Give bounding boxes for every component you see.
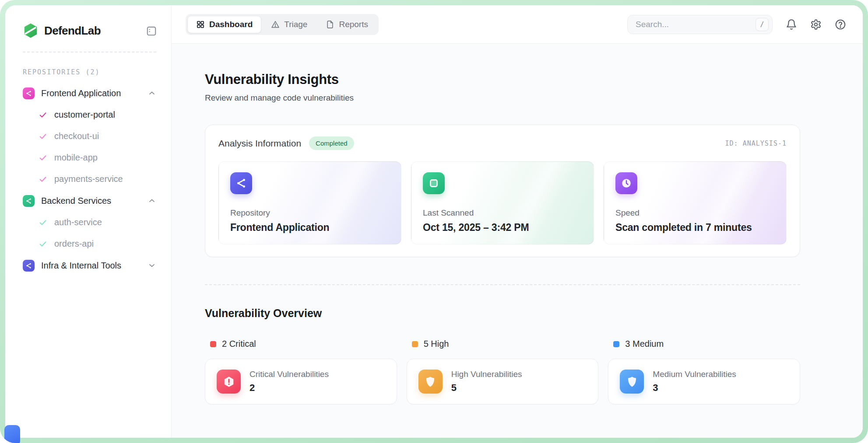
clock-icon	[615, 172, 637, 194]
info-value: Scan completed in 7 minutes	[615, 222, 775, 234]
search-input[interactable]	[636, 20, 756, 29]
repo-item-checkout-ui[interactable]: checkout-ui	[23, 126, 156, 147]
app-window: DefendLab REPOSITORIES (2) Fronten	[5, 5, 863, 438]
repository-tree: Frontend Application customer-portal che…	[23, 82, 156, 276]
repo-item-label: checkout-ui	[54, 131, 99, 141]
vulnerability-cards: Critical Vulnerabilities 2 Hi	[205, 359, 800, 405]
medium-vulnerabilities-card: Medium Vulnerabilities 3	[608, 359, 800, 405]
sidebar: DefendLab REPOSITORIES (2) Fronten	[5, 5, 172, 438]
repo-item-label: auth-service	[54, 217, 102, 227]
share-nodes-icon	[23, 260, 35, 272]
repo-item-payments-service[interactable]: payments-service	[23, 168, 156, 190]
sidebar-divider	[23, 52, 156, 52]
search-shortcut-badge: /	[756, 18, 769, 31]
status-badge: Completed	[309, 136, 354, 150]
analysis-id: ID: ANALYSIS-1	[725, 140, 787, 147]
group-label: Frontend Application	[41, 88, 121, 98]
group-infra-internal-tools[interactable]: Infra & Internal Tools	[23, 255, 156, 276]
topbar-actions: /	[627, 15, 846, 34]
triangle-alert-icon	[271, 20, 280, 29]
analysis-information-card: Analysis Information Completed ID: ANALY…	[205, 125, 800, 257]
search-box[interactable]: /	[627, 15, 773, 34]
app-title: DefendLab	[44, 24, 101, 38]
hexagon-alert-icon	[217, 370, 241, 394]
bell-icon[interactable]	[786, 19, 797, 30]
app-frame: DefendLab REPOSITORIES (2) Fronten	[0, 0, 868, 443]
vuln-label: Medium Vulnerabilities	[653, 370, 736, 379]
repo-item-label: orders-api	[54, 239, 94, 249]
info-label: Speed	[615, 208, 775, 218]
chevron-down-icon[interactable]	[148, 261, 156, 270]
medium-dot	[613, 341, 619, 347]
check-icon	[39, 132, 47, 141]
tab-dashboard[interactable]: Dashboard	[187, 16, 261, 33]
group-label: Infra & Internal Tools	[41, 261, 121, 271]
tab-reports[interactable]: Reports	[317, 16, 377, 33]
chevron-up-icon[interactable]	[148, 196, 156, 205]
info-value: Oct 15, 2025 – 3:42 PM	[423, 222, 582, 234]
check-icon	[39, 218, 47, 227]
tab-label: Dashboard	[209, 20, 253, 29]
critical-vulnerabilities-card: Critical Vulnerabilities 2	[205, 359, 397, 405]
check-icon	[39, 175, 47, 184]
help-icon[interactable]	[835, 19, 846, 30]
sidebar-collapse-icon[interactable]	[146, 25, 157, 37]
share-nodes-icon	[23, 87, 35, 99]
info-value: Frontend Application	[230, 222, 390, 234]
vuln-value: 5	[451, 382, 522, 394]
check-icon	[39, 153, 47, 162]
share-nodes-icon	[23, 195, 35, 207]
gear-icon[interactable]	[810, 19, 822, 30]
page-content: Vulnerability Insights Review and manage…	[172, 44, 863, 438]
legend-label: 3 Medium	[625, 339, 664, 349]
vuln-label: Critical Vulnerabilities	[250, 370, 329, 379]
critical-dot	[210, 341, 216, 347]
page-title: Vulnerability Insights	[205, 72, 800, 87]
analysis-title: Analysis Information	[218, 138, 301, 149]
severity-legend: 2 Critical 5 High 3 Medium	[205, 339, 800, 349]
vuln-value: 2	[250, 382, 329, 394]
file-icon	[326, 20, 334, 29]
info-card-speed: Speed Scan completed in 7 minutes	[604, 161, 787, 244]
check-icon	[39, 111, 47, 119]
check-icon	[39, 240, 47, 248]
repo-item-customer-portal[interactable]: customer-portal	[23, 104, 156, 126]
group-label: Backend Services	[41, 196, 111, 206]
calendar-frame-icon	[423, 172, 445, 194]
info-label: Repository	[230, 208, 390, 218]
section-divider	[205, 284, 800, 285]
info-card-last-scanned: Last Scanned Oct 15, 2025 – 3:42 PM	[411, 161, 594, 244]
repo-item-auth-service[interactable]: auth-service	[23, 212, 156, 233]
overview-title: Vulnerability Overview	[205, 307, 800, 320]
repositories-section-label: REPOSITORIES (2)	[23, 68, 156, 76]
group-frontend-application[interactable]: Frontend Application	[23, 82, 156, 104]
main-area: Dashboard Triage Reports	[172, 5, 863, 438]
repo-item-orders-api[interactable]: orders-api	[23, 233, 156, 255]
info-card-repository: Repository Frontend Application	[218, 161, 401, 244]
logo: DefendLab	[23, 23, 156, 38]
defendlab-logo-icon	[23, 23, 39, 38]
repo-item-label: mobile-app	[54, 153, 98, 163]
vuln-value: 3	[653, 382, 736, 394]
tab-bar: Dashboard Triage Reports	[186, 14, 379, 35]
tab-label: Reports	[339, 20, 368, 29]
repo-item-mobile-app[interactable]: mobile-app	[23, 147, 156, 168]
legend-high: 5 High	[407, 339, 599, 349]
topbar: Dashboard Triage Reports	[172, 5, 863, 44]
legend-label: 5 High	[424, 339, 449, 349]
repo-item-label: customer-portal	[54, 110, 115, 120]
share-nodes-icon	[230, 172, 252, 194]
group-backend-services[interactable]: Backend Services	[23, 190, 156, 212]
high-dot	[412, 341, 418, 347]
decorative-corner-accent	[4, 425, 20, 443]
legend-label: 2 Critical	[222, 339, 256, 349]
shield-icon	[418, 370, 443, 394]
repo-item-label: payments-service	[54, 174, 123, 184]
legend-medium: 3 Medium	[608, 339, 800, 349]
chevron-up-icon[interactable]	[148, 89, 156, 98]
tab-label: Triage	[284, 20, 307, 29]
info-label: Last Scanned	[423, 208, 582, 218]
grid-icon	[196, 20, 205, 29]
tab-triage[interactable]: Triage	[262, 16, 316, 33]
page-subtitle: Review and manage code vulnerabilities	[205, 93, 800, 103]
